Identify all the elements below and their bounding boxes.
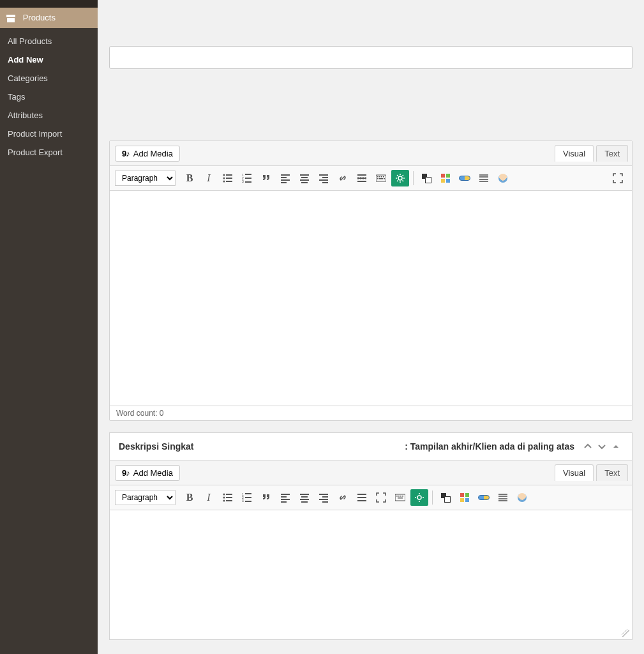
swap-colors-icon [422, 174, 431, 183]
chevron-down-icon [597, 441, 607, 452]
italic-button[interactable]: I [200, 170, 218, 186]
color-grid-icon [460, 493, 469, 502]
sidebar-item-add-new[interactable]: Add New [0, 50, 98, 69]
svg-rect-65 [396, 496, 398, 497]
align-left-button[interactable] [276, 170, 294, 186]
toggle-colors-button[interactable] [417, 170, 435, 186]
svg-rect-61 [357, 494, 366, 495]
avatar-insert-button[interactable] [494, 170, 512, 186]
align-right-button[interactable] [315, 170, 333, 186]
svg-rect-14 [281, 179, 290, 181]
blockquote-button[interactable] [257, 170, 275, 186]
insert-link-button[interactable] [334, 170, 352, 186]
sidebar-item-categories[interactable]: Categories [0, 69, 98, 87]
bullet-list-button[interactable] [219, 170, 237, 186]
numbered-list-button[interactable]: 123 [238, 170, 256, 186]
pill-button[interactable] [475, 489, 493, 506]
svg-point-4 [223, 181, 225, 183]
tab-text[interactable]: Text [596, 145, 628, 162]
tab-visual[interactable]: Visual [555, 145, 594, 162]
svg-rect-32 [383, 176, 384, 178]
justify-lines-button[interactable] [475, 170, 493, 186]
bold-button[interactable]: B [181, 170, 198, 186]
toolbar-separator [413, 171, 414, 185]
insert-link-button[interactable] [334, 489, 352, 506]
svg-rect-1 [226, 174, 232, 176]
svg-rect-31 [381, 176, 382, 178]
svg-rect-11 [245, 181, 251, 183]
toolbar-separator [432, 490, 433, 505]
align-right-button[interactable] [315, 489, 333, 506]
collapse-button[interactable] [609, 439, 623, 453]
align-right-icon [318, 492, 329, 503]
editor-content-area[interactable] [110, 510, 632, 639]
lines-icon [498, 494, 507, 501]
sidebar-item-tags[interactable]: Tags [0, 87, 98, 106]
sidebar-item-product-import[interactable]: Product Import [0, 125, 98, 143]
svg-rect-49 [281, 494, 290, 495]
format-select[interactable]: Paragraph [115, 171, 176, 186]
sidebar-item-label: Attributes [8, 110, 43, 120]
svg-rect-44 [245, 493, 251, 494]
svg-rect-33 [377, 178, 378, 179]
main-editor: 9♪ Add Media Visual Text Paragraph B I 1… [109, 141, 633, 421]
color-grid-button[interactable] [456, 489, 474, 506]
insert-more-button[interactable] [353, 489, 371, 506]
align-center-icon [299, 492, 310, 503]
insert-more-button[interactable] [353, 170, 371, 186]
fullscreen-button[interactable] [372, 489, 390, 506]
sidebar-item-all-products[interactable]: All Products [0, 32, 98, 50]
sidebar-item-attributes[interactable]: Attributes [0, 106, 98, 125]
resize-handle[interactable] [622, 629, 629, 637]
panel-header: Deskripsi Singkat : Tampilan akhir/Klien… [109, 432, 633, 460]
toolbar-toggle-button[interactable] [372, 170, 390, 186]
justify-lines-button[interactable] [494, 489, 512, 506]
tab-text[interactable]: Text [596, 464, 628, 481]
product-title-input[interactable] [109, 46, 633, 69]
toggle-colors-button[interactable] [437, 489, 454, 506]
svg-rect-5 [226, 181, 232, 182]
gear-square-icon [414, 492, 424, 503]
numbered-list-icon: 123 [242, 173, 252, 183]
add-media-label: Add Media [133, 468, 173, 478]
color-grid-button[interactable] [437, 170, 454, 186]
bullet-list-button[interactable] [219, 489, 237, 506]
pill-button[interactable] [456, 170, 474, 186]
svg-rect-69 [398, 498, 403, 499]
media-icon: 9♪ [122, 149, 130, 158]
keyboard-icon [376, 173, 386, 183]
svg-rect-20 [319, 174, 328, 176]
fullscreen-button[interactable] [609, 170, 627, 186]
editor-topbar: 9♪ Add Media Visual Text [110, 460, 632, 485]
tab-visual[interactable]: Visual [555, 464, 594, 481]
sidebar-item-label: Categories [8, 73, 48, 83]
add-media-button[interactable]: 9♪ Add Media [115, 146, 180, 162]
align-center-icon [299, 173, 310, 183]
shortcode-button[interactable] [391, 170, 409, 186]
svg-rect-42 [226, 500, 232, 501]
swap-colors-icon [441, 493, 450, 502]
move-up-button[interactable] [581, 439, 595, 453]
align-left-button[interactable] [276, 489, 294, 506]
sidebar-item-product-export[interactable]: Product Export [0, 143, 98, 162]
move-down-button[interactable] [595, 439, 609, 453]
add-media-button[interactable]: 9♪ Add Media [115, 465, 180, 481]
editor-status-bar: Word count: 0 [110, 406, 632, 420]
avatar-insert-button[interactable] [513, 489, 531, 506]
blockquote-button[interactable] [257, 489, 275, 506]
tab-label: Visual [563, 468, 585, 478]
sidebar-top-strip [0, 0, 98, 8]
italic-button[interactable]: I [200, 489, 218, 506]
sidebar-header-products[interactable]: Products [0, 8, 98, 28]
svg-text:3: 3 [242, 499, 244, 503]
editor-content-area[interactable] [110, 191, 632, 406]
sidebar-item-label: Product Export [8, 148, 63, 157]
bold-button[interactable]: B [181, 489, 198, 506]
shortcode-button[interactable] [410, 489, 428, 506]
toolbar-toggle-button[interactable] [391, 489, 409, 506]
numbered-list-button[interactable]: 123 [238, 489, 256, 506]
format-select[interactable]: Paragraph [115, 490, 176, 505]
align-center-button[interactable] [296, 170, 313, 186]
align-center-button[interactable] [296, 489, 313, 506]
short-description-panel: Deskripsi Singkat : Tampilan akhir/Klien… [109, 432, 633, 640]
